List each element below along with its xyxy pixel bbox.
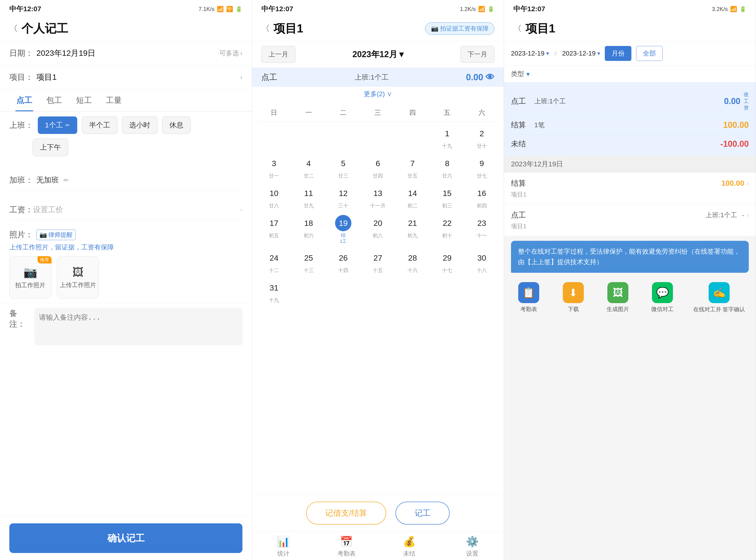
cal-lunar-10: 廿八	[269, 202, 279, 209]
cal-cell-25[interactable]: 21初九	[395, 212, 430, 246]
date-to-selector[interactable]: 2023-12-19 ▾	[562, 50, 600, 57]
weekday-3: 三	[360, 106, 395, 119]
cal-cell-6[interactable]: 2廿十	[464, 122, 499, 152]
cal-lunar-26: 十四	[338, 267, 349, 274]
all-filter-btn[interactable]: 全部	[636, 46, 663, 61]
back-button-2[interactable]: 〈	[261, 23, 270, 34]
back-button-3[interactable]: 〈	[513, 23, 522, 34]
shift-btn-rest[interactable]: 休息	[162, 116, 191, 134]
cal-cell-19[interactable]: 15初三	[430, 182, 464, 212]
cal-lunar-9: 廿七	[477, 173, 487, 179]
project-row[interactable]: 项目： 项目1 ›	[0, 65, 252, 89]
tab-dian[interactable]: 点工	[9, 89, 39, 111]
record-borrow-btn[interactable]: 记借支/结算	[306, 502, 386, 524]
p3-card-dianGong[interactable]: 点工 上班:1个工 - › 项目1	[504, 204, 756, 236]
cal-cell-14[interactable]: 10廿八	[257, 182, 291, 212]
eye-icon[interactable]: 👁	[485, 72, 494, 82]
tab-bao[interactable]: 包工	[39, 89, 69, 111]
action-download[interactable]: ⬇ 下载	[559, 282, 587, 313]
back-button-1[interactable]: 〈	[9, 23, 18, 34]
p3-bottom-actions: 📋 考勤表 ⬇ 下载 🖼 生成图片 💬 微信对工 ✍ 在线对工并 签字确认	[504, 277, 756, 316]
month-filter-btn[interactable]: 月份	[605, 46, 631, 61]
card-arrow-jie: ›	[747, 180, 749, 187]
tab-settings[interactable]: ⚙️ 设置	[441, 536, 504, 558]
cal-lunar-22: 初十	[442, 232, 452, 239]
take-photo-btn[interactable]: 推荐 📷 拍工作照片	[9, 256, 51, 298]
action-generate-image[interactable]: 🖼 生成图片	[604, 282, 632, 313]
bottom-tab-bar: 📊 统计 📅 考勤表 💰 未结 ⚙️ 设置	[252, 532, 504, 560]
action-wechat[interactable]: 💬 微信对工	[649, 282, 676, 313]
action-attendance-table[interactable]: 📋 考勤表	[515, 282, 543, 313]
date-from-selector[interactable]: 2023-12-19 ▾	[511, 50, 549, 57]
cal-cell-10[interactable]: 6廿四	[360, 152, 395, 182]
cal-cell-35[interactable]: 31十九	[257, 276, 291, 306]
cal-cell-8[interactable]: 4廿二	[291, 152, 326, 182]
edit-icon-shift: ✏	[65, 122, 70, 128]
type-dropdown-icon[interactable]: ▾	[526, 70, 530, 78]
cal-cell-26[interactable]: 22初十	[430, 212, 464, 246]
next-month-btn[interactable]: 下一月	[460, 46, 494, 63]
cal-cell-12[interactable]: 8廿六	[430, 152, 464, 182]
cal-cell-28[interactable]: 24十二	[257, 246, 291, 276]
cal-cell-20[interactable]: 16初四	[464, 182, 499, 212]
tab-liang[interactable]: 工量	[99, 89, 129, 111]
cal-cell-31[interactable]: 27十五	[360, 246, 395, 276]
photo-buttons: 推荐 📷 拍工作照片 🖼 上传工作照片	[9, 256, 242, 298]
cal-cell-27[interactable]: 23十一	[464, 212, 499, 246]
cal-cell-30[interactable]: 26十四	[326, 246, 360, 276]
cal-day-num-12: 12	[335, 185, 352, 201]
overtime-edit-icon[interactable]: ✏	[63, 176, 69, 184]
cal-day-num-13: 13	[370, 185, 386, 201]
prev-month-btn[interactable]: 上一月	[261, 46, 295, 63]
cal-cell-23[interactable]: 19结1工	[326, 212, 360, 246]
cal-cell-24[interactable]: 20初八	[360, 212, 395, 246]
shift-btn-ampm[interactable]: 上下午	[33, 139, 68, 156]
summary-type: 点工	[261, 72, 277, 83]
cal-cell-5[interactable]: 1十九	[430, 122, 464, 152]
cal-cell-15[interactable]: 11廿九	[291, 182, 326, 212]
summary-label-wei: 未结	[511, 139, 534, 149]
cal-day-num-14: 14	[404, 185, 421, 201]
shift-btn-1gong[interactable]: 1个工 ✏	[38, 116, 77, 134]
cal-cell-32[interactable]: 28十六	[395, 246, 430, 276]
cal-cell-7[interactable]: 3廿一	[257, 152, 291, 182]
cal-cell-9[interactable]: 5廿三	[326, 152, 360, 182]
photo-label-row: 照片： 📷 律师提醒	[9, 229, 242, 240]
action-online-sign[interactable]: ✍ 在线对工并 签字确认	[693, 282, 745, 313]
cal-cell-11[interactable]: 7廿五	[395, 152, 430, 182]
note-input[interactable]	[34, 308, 242, 345]
cal-day-num-21: 21	[404, 215, 421, 231]
p3-card-jiesuan[interactable]: 结算 100.00 › 项目1	[504, 173, 756, 204]
cal-cell-13[interactable]: 9廿七	[464, 152, 499, 182]
wage-section[interactable]: 工资： 设置工价 ›	[0, 195, 252, 225]
record-work-btn[interactable]: 记工	[396, 502, 450, 524]
more-row[interactable]: 更多(2) ∨	[252, 87, 504, 101]
cal-cell-33[interactable]: 29十七	[430, 246, 464, 276]
battery-icon-2: 🔋	[488, 6, 494, 12]
upload-icon: 🖼	[72, 266, 83, 279]
tab-unsettled[interactable]: 💰 未结	[378, 536, 441, 558]
cal-cell-34[interactable]: 30十八	[464, 246, 499, 276]
cal-cell-29[interactable]: 25十三	[291, 246, 326, 276]
tab-duan[interactable]: 短工	[69, 89, 99, 111]
edit-wage-btn[interactable]: 改工资	[744, 91, 749, 111]
upload-photo-btn[interactable]: 🖼 上传工作照片	[57, 256, 99, 298]
photo-evidence-badge[interactable]: 📷 拍证据工资有保障	[425, 22, 494, 35]
shift-btn-hour[interactable]: 选小时	[122, 116, 158, 134]
shift-btn-half[interactable]: 半个工	[82, 116, 117, 134]
confirm-record-btn[interactable]: 确认记工	[9, 523, 242, 553]
month-dropdown-icon[interactable]: ▾	[399, 49, 403, 59]
cal-cell-21[interactable]: 17初五	[257, 212, 291, 246]
cal-cell-22[interactable]: 18初六	[291, 212, 326, 246]
tab-attendance[interactable]: 📅 考勤表	[315, 536, 378, 558]
statistics-icon: 📊	[277, 536, 290, 548]
cal-cell-17[interactable]: 13十一月	[360, 182, 395, 212]
cal-lunar-24: 十二	[269, 267, 279, 274]
page-title-2: 项目1	[274, 21, 303, 36]
recommend-tag: 推荐	[38, 256, 52, 263]
cal-cell-18[interactable]: 14初二	[395, 182, 430, 212]
multi-select-btn[interactable]: 可多选 ›	[219, 49, 242, 58]
lawyer-badge[interactable]: 📷 律师提醒	[36, 229, 76, 240]
tab-statistics[interactable]: 📊 统计	[252, 536, 315, 558]
cal-cell-16[interactable]: 12三十	[326, 182, 360, 212]
